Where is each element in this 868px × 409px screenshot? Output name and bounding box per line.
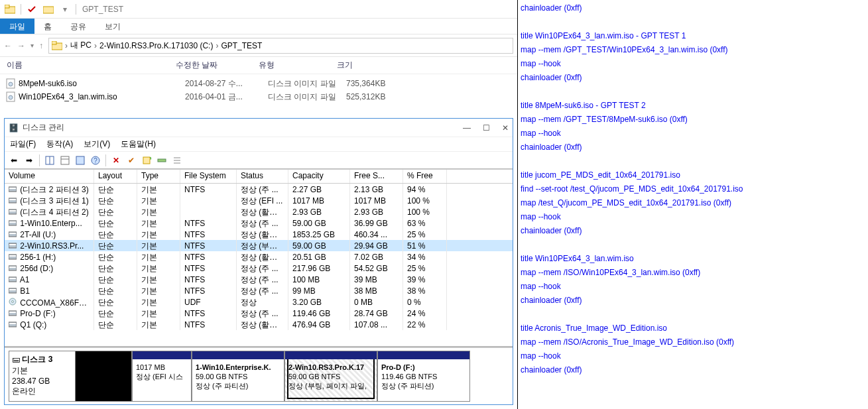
col-size[interactable]: 크기 bbox=[337, 60, 403, 71]
cd-icon bbox=[9, 298, 18, 306]
tab-share[interactable]: 공유 bbox=[61, 19, 95, 34]
refresh-icon[interactable] bbox=[58, 154, 72, 167]
breadcrumb[interactable]: › 내 PC › 2-Win10.RS3.Pro.K.171030 (C:) ›… bbox=[48, 38, 513, 54]
breadcrumb-item[interactable]: 내 PC bbox=[70, 40, 92, 51]
menu-help[interactable]: 도움말(H) bbox=[121, 139, 156, 150]
col-name[interactable]: 이름 bbox=[7, 60, 176, 71]
volume-row[interactable]: B1단순기본NTFS정상 (주 ...99 MB38 MB38 % bbox=[5, 285, 513, 296]
vol-free: 36.99 GB bbox=[350, 217, 403, 229]
folder-open-icon[interactable] bbox=[41, 2, 56, 17]
col-type[interactable]: Type bbox=[137, 170, 180, 183]
vol-status: 정상 (EFI ... bbox=[237, 195, 288, 206]
minimize-button[interactable]: — bbox=[463, 123, 471, 133]
grub-line bbox=[521, 308, 865, 321]
file-row[interactable]: Win10PEx64_3_lan.wim.iso2016-04-01 금...디… bbox=[4, 90, 513, 103]
volume-row[interactable]: 1-Win10.Enterp...단순기본NTFS정상 (주 ...59.00 … bbox=[5, 217, 513, 229]
maximize-button[interactable]: ☐ bbox=[483, 123, 490, 133]
vol-layout: 단순 bbox=[94, 285, 137, 296]
partition[interactable]: Pro-D (F:)119.46 GB NTFS정상 (주 파티션) bbox=[377, 351, 470, 402]
col-pctfree[interactable]: % Free bbox=[403, 170, 447, 183]
menu-action[interactable]: 동작(A) bbox=[46, 139, 73, 150]
vol-free: 29.94 GB bbox=[350, 240, 403, 251]
col-free[interactable]: Free S... bbox=[350, 170, 403, 183]
chevron-down-icon[interactable]: ▾ bbox=[58, 2, 72, 17]
volume-row[interactable]: CCCOMA_X86FR...단순기본UDF정상3.20 GB0 MB0 % bbox=[5, 296, 513, 308]
extend-icon[interactable] bbox=[155, 154, 168, 167]
col-capacity[interactable]: Capacity bbox=[288, 170, 350, 183]
menu-file[interactable]: 파일(F) bbox=[10, 139, 36, 150]
volume-row[interactable]: Q1 (Q:)단순기본NTFS정상 (활성...476.94 GB107.08 … bbox=[5, 319, 513, 330]
vol-pctfree: 100 % bbox=[403, 206, 447, 217]
breadcrumb-item[interactable]: GPT_TEST bbox=[221, 41, 262, 50]
list-icon[interactable] bbox=[170, 154, 184, 167]
file-row[interactable]: 8MpeM-suk6.iso2014-08-27 수...디스크 이미지 파일7… bbox=[4, 77, 513, 90]
forward-icon[interactable]: ➡ bbox=[23, 154, 36, 167]
breadcrumb-item[interactable]: 2-Win10.RS3.Pro.K.171030 (C:) bbox=[99, 41, 213, 50]
help-icon[interactable]: ? bbox=[89, 154, 102, 167]
partition[interactable]: 1017 MB정상 (EFI 시스 bbox=[132, 351, 192, 402]
disk-info[interactable]: 🖴 디스크 3 기본 238.47 GB 온라인 bbox=[9, 351, 75, 402]
grub-line bbox=[521, 154, 865, 168]
check-icon[interactable]: ✔ bbox=[125, 154, 138, 167]
vol-layout: 단순 bbox=[94, 184, 137, 195]
vol-fs: NTFS bbox=[180, 274, 237, 285]
grub-line bbox=[521, 15, 865, 29]
part-title: Pro-D (F:) bbox=[381, 363, 466, 372]
delete-icon[interactable]: ✕ bbox=[109, 154, 123, 167]
partition[interactable]: 2-Win10.RS3.Pro.K.1759.00 GB NTFS정상 (부팅,… bbox=[284, 351, 377, 402]
col-type[interactable]: 유형 bbox=[259, 60, 337, 71]
svg-rect-2 bbox=[43, 7, 54, 13]
vol-status: 정상 (주 ... bbox=[237, 285, 288, 296]
forward-icon[interactable]: → bbox=[17, 41, 25, 50]
grub-line: map --mem /GPT_TEST/Win10PEx64_3_lan.wim… bbox=[521, 43, 865, 57]
vol-type: 기본 bbox=[137, 240, 180, 251]
tab-file[interactable]: 파일 bbox=[0, 19, 34, 34]
drive-icon bbox=[9, 231, 18, 237]
dm-menubar: 파일(F) 동작(A) 보기(V) 도움말(H) bbox=[5, 137, 513, 152]
history-icon[interactable]: ▾ bbox=[31, 42, 34, 49]
vol-layout: 단순 bbox=[94, 195, 137, 206]
tab-view[interactable]: 보기 bbox=[95, 19, 130, 34]
volume-row[interactable]: 2-Win10.RS3.Pr...단순기본NTFS정상 (부팅...59.00 … bbox=[5, 240, 513, 251]
properties-icon[interactable] bbox=[74, 154, 87, 167]
volume-row[interactable]: (디스크 2 파티션 3)단순기본NTFS정상 (주 ...2.27 GB2.1… bbox=[5, 184, 513, 195]
iso-icon bbox=[4, 78, 17, 89]
drive-icon bbox=[9, 264, 18, 271]
volume-row[interactable]: (디스크 4 파티션 2)단순기본정상 (활성...2.93 GB2.93 GB… bbox=[5, 206, 513, 217]
volume-row[interactable]: 2T-All (U:)단순기본NTFS정상 (활성...1853.25 GB46… bbox=[5, 229, 513, 240]
vol-status: 정상 (활성... bbox=[237, 206, 288, 217]
volume-row[interactable]: A1단순기본NTFS정상 (주 ...100 MB39 MB39 % bbox=[5, 274, 513, 285]
folder-icon[interactable] bbox=[3, 2, 17, 17]
svg-rect-25 bbox=[9, 199, 16, 200]
close-button[interactable]: ✕ bbox=[502, 123, 509, 133]
svg-rect-33 bbox=[9, 244, 16, 245]
volume-row[interactable]: (디스크 3 파티션 1)단순기본정상 (EFI ...1017 MB1017 … bbox=[5, 195, 513, 206]
col-volume[interactable]: Volume bbox=[5, 170, 94, 183]
col-status[interactable]: Status bbox=[237, 170, 288, 183]
tab-home[interactable]: 홈 bbox=[34, 19, 61, 34]
volume-row[interactable]: 256d (D:)단순기본NTFS정상 (주 ...217.96 GB54.52… bbox=[5, 263, 513, 274]
vol-capacity: 217.96 GB bbox=[288, 263, 350, 274]
volume-row[interactable]: 256-1 (H:)단순기본NTFS정상 (활성...20.51 GB7.02 … bbox=[5, 251, 513, 263]
back-icon[interactable]: ⬅ bbox=[7, 154, 21, 167]
vol-name: 1-Win10.Enterp... bbox=[20, 219, 82, 228]
drive-icon bbox=[9, 253, 18, 260]
vol-free: 7.02 GB bbox=[350, 251, 403, 263]
col-filesystem[interactable]: File System bbox=[180, 170, 237, 183]
new-icon[interactable]: ★ bbox=[140, 154, 153, 167]
check-icon[interactable] bbox=[25, 2, 39, 17]
drive-icon bbox=[9, 208, 18, 215]
col-layout[interactable]: Layout bbox=[94, 170, 137, 183]
columns-icon[interactable] bbox=[43, 154, 56, 167]
disk-name: 디스크 3 bbox=[22, 355, 52, 364]
volume-row[interactable]: Pro-D (F:)단순기본NTFS정상 (주 ...119.46 GB28.7… bbox=[5, 308, 513, 319]
vol-type: 기본 bbox=[137, 285, 180, 296]
col-date[interactable]: 수정한 날짜 bbox=[176, 60, 259, 71]
back-icon[interactable]: ← bbox=[4, 41, 12, 50]
up-icon[interactable]: ↑ bbox=[39, 41, 43, 50]
vol-pctfree: 94 % bbox=[403, 184, 447, 195]
partition[interactable]: 1-Win10.Enterprise.K.59.00 GB NTFS정상 (주 … bbox=[192, 351, 284, 402]
vol-layout: 단순 bbox=[94, 308, 137, 319]
svg-rect-13 bbox=[76, 156, 84, 164]
menu-view[interactable]: 보기(V) bbox=[84, 139, 110, 150]
